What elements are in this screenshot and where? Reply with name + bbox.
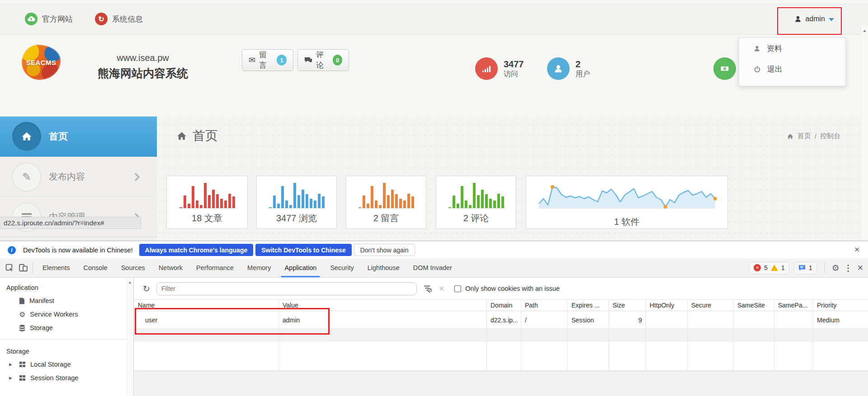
page-scrollbar[interactable]: ▲ [861,25,868,241]
user-menu-button[interactable]: admin [794,4,834,34]
col-domain[interactable]: Domain [487,300,521,311]
comments-label: 评论 [316,50,329,70]
sidebar-item-manifest[interactable]: Manifest [0,294,133,307]
console-issues-badge[interactable]: ✕ 5 1 [749,262,789,274]
message-count: 1 [809,264,812,271]
tab-security[interactable]: Security [323,258,360,277]
col-httponly[interactable]: HttpOnly [646,300,688,311]
users-label: 用户 [576,70,590,79]
cell-expires[interactable]: Session [568,312,609,328]
more-options-icon[interactable]: ⋮ [844,263,853,273]
sidebar-item-service-workers[interactable]: ⚙ Service Workers [0,307,133,321]
devtools-close-icon[interactable]: ✕ [857,263,863,273]
tab-memory[interactable]: Memory [241,258,278,277]
card-software[interactable]: 1 软件 [526,176,728,229]
col-expires[interactable]: Expires ... [568,300,609,311]
match-language-button[interactable]: Always match Chrome's language [139,244,254,256]
cell-sameparty[interactable] [774,312,813,328]
sidebar-item-local-storage[interactable]: ▶ Local Storage [0,358,133,371]
home-icon [787,133,794,140]
devtools-body: Application Manifest ⚙ Service Workers S… [0,278,868,396]
cell-samesite[interactable] [734,312,774,328]
site-title: 熊海网站内容系统 [98,66,188,81]
cell-name[interactable]: user [134,312,279,328]
infobar-close-icon[interactable]: ✕ [854,246,860,254]
logo-text: SEACMS [26,59,56,66]
tab-performance[interactable]: Performance [189,258,241,277]
system-info-button[interactable]: ↻ 系统信息 [95,4,143,34]
inspect-element-icon[interactable] [3,261,16,275]
tab-sources[interactable]: Sources [114,258,152,277]
stat-visits: 3477 访问 [475,57,524,80]
cookie-row-user[interactable]: user admin d22.s.ip... / Session 9 Mediu… [134,312,868,329]
cell-path[interactable]: / [521,312,568,328]
card-label: 18 文章 [192,212,222,224]
issue-filter-checkbox[interactable] [454,285,461,292]
refresh-icon[interactable]: ↻ [143,284,150,294]
tab-network[interactable]: Network [152,258,189,277]
comments-button[interactable]: 评论 0 [297,49,349,71]
menu-item-logout[interactable]: 退出 [739,59,845,79]
cell-value[interactable]: admin [279,312,487,328]
cell-domain[interactable]: d22.s.ip... [487,312,521,328]
tab-elements[interactable]: Elements [36,258,76,277]
tab-dom-invader[interactable]: DOM Invader [406,258,459,277]
card-label: 3477 浏览 [276,212,317,224]
col-sameparty[interactable]: SamePa... [774,300,813,311]
site-header: SEACMS www.isea.pw 熊海网站内容系统 ✉ 留言 1 评论 0 [0,35,868,116]
cell-httponly[interactable] [646,312,688,328]
official-site-button[interactable]: 官方网站 [25,4,73,34]
col-priority[interactable]: Priority [813,300,868,311]
card-views[interactable]: 3477 浏览 [256,176,337,229]
card-articles[interactable]: 18 文章 [166,176,248,229]
user-icon [794,15,802,23]
breadcrumb: 首页 / 控制台 [787,132,840,140]
messages-bar-chart [359,182,414,208]
stat-users: 2 用户 [547,57,590,80]
pencil-icon: ✎ [12,163,41,191]
col-samesite[interactable]: SameSite [734,300,774,311]
col-name[interactable]: Name [134,300,279,311]
messages-button[interactable]: ✉ 留言 1 [242,49,293,71]
page-title: 首页 [176,127,218,144]
menu-item-profile[interactable]: 资料 [739,38,845,59]
card-messages[interactable]: 2 留言 [346,176,426,229]
sidebar-item-session-storage[interactable]: ▶ Session Storage [0,371,133,385]
menu-item-label: 退出 [767,64,783,75]
expand-triangle-icon[interactable]: ▶ [9,362,14,367]
breadcrumb-home[interactable]: 首页 [797,132,811,140]
toolbar-separator [824,262,825,273]
tab-application[interactable]: Application [278,258,323,277]
money-icon [713,57,736,80]
dont-show-again-button[interactable]: Don't show again [354,244,415,256]
clear-icon[interactable]: ✕ [439,284,444,293]
cookie-table-header: Name Value Domain Path Expires ... Size … [134,299,868,311]
cell-size[interactable]: 9 [609,312,646,328]
messages-badge[interactable]: 1 [794,262,817,274]
tab-console[interactable]: Console [76,258,114,277]
sidebar-item-publish[interactable]: ✎ 发布内容 [0,157,157,197]
chevron-right-icon [134,172,140,182]
cookie-row-empty[interactable] [134,329,868,342]
device-toolbar-icon[interactable] [16,261,30,275]
cell-priority[interactable]: Medium [813,312,868,328]
switch-to-chinese-button[interactable]: Switch DevTools to Chinese [255,244,351,256]
scroll-up-arrow[interactable]: ▲ [861,25,868,33]
filter-off-icon[interactable] [423,285,432,293]
col-size[interactable]: Size [609,300,646,311]
filter-input[interactable] [156,282,417,295]
sidebar-item-home[interactable]: 首页 [0,116,157,157]
col-path[interactable]: Path [521,300,568,311]
col-value[interactable]: Value [279,300,487,311]
tab-lighthouse[interactable]: Lighthouse [361,258,406,277]
comments-bar-chart [448,182,504,208]
sidebar-item-storage[interactable]: Storage [0,321,133,335]
scroll-up-arrow[interactable]: ▲ [127,278,133,284]
settings-gear-icon[interactable]: ⚙ [832,263,840,273]
cell-secure[interactable] [688,312,734,328]
card-comments[interactable]: 2 评论 [436,176,516,229]
expand-triangle-icon[interactable]: ▶ [9,376,14,380]
col-secure[interactable]: Secure [688,300,734,311]
section-storage: Storage [0,341,133,358]
sidebar-scrollbar[interactable]: ▲ [127,278,133,396]
